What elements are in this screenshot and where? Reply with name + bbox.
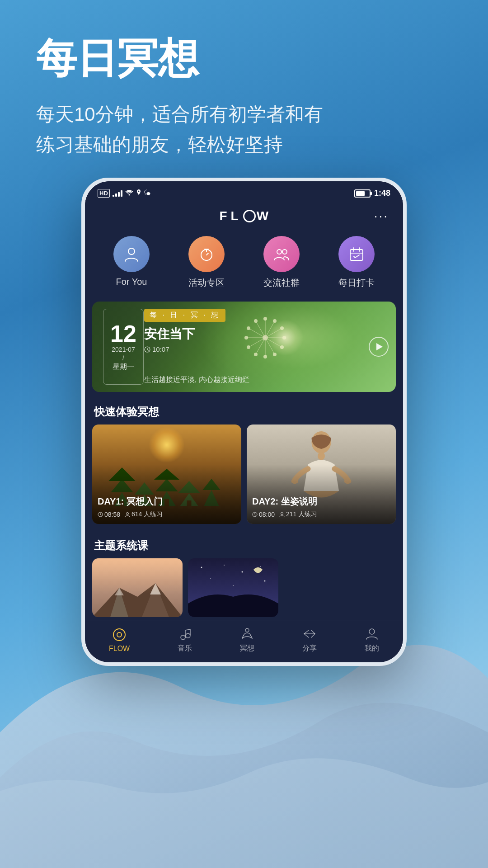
clock-small-icon <box>98 512 103 517</box>
category-community[interactable]: 交流社群 <box>263 236 300 289</box>
banner-tag: 每 · 日 · 冥 · 想 <box>144 309 225 322</box>
for-you-icon-circle <box>113 236 150 272</box>
top-text-section: 每日冥想 每天10分钟，适合所有初学者和有 练习基础的朋友，轻松好坚持 <box>0 0 488 178</box>
quick-meditation-cards: DAY1: 冥想入门 08:58 614 人练习 <box>85 425 403 531</box>
status-bar-left: HD <box>98 189 151 198</box>
svg-point-61 <box>201 567 202 568</box>
nav-profile[interactable]: 我的 <box>365 627 379 653</box>
category-for-you[interactable]: For You <box>113 236 150 289</box>
svg-point-4 <box>277 250 282 254</box>
location-icon <box>136 189 141 198</box>
nav-flow[interactable]: FLOW <box>109 627 130 653</box>
svg-point-73 <box>369 629 375 634</box>
banner-content: 每 · 日 · 冥 · 想 安住当下 10:07 <box>144 309 373 353</box>
theme-card-night[interactable] <box>188 558 278 617</box>
play-button[interactable] <box>369 337 389 357</box>
svg-point-49 <box>127 513 129 515</box>
banner-title: 安住当下 <box>144 326 373 343</box>
wechat-icon <box>144 189 151 198</box>
night-sky-icon <box>188 558 278 617</box>
time-display: 1:48 <box>374 189 390 198</box>
daily-label: 每日打卡 <box>338 277 375 289</box>
svg-point-55 <box>281 513 283 515</box>
nav-flow-label: FLOW <box>109 645 130 653</box>
svg-rect-6 <box>350 250 363 260</box>
category-activity[interactable]: 活动专区 <box>188 236 225 289</box>
category-row: For You 活动专区 <box>85 227 403 296</box>
svg-point-5 <box>282 250 287 254</box>
svg-point-2 <box>128 248 135 255</box>
svg-point-25 <box>263 355 267 359</box>
app-header: FLW ··· <box>85 202 403 227</box>
nav-meditation-label: 冥想 <box>240 644 254 653</box>
sub-desc-line1: 每天10分钟，适合所有初学者和有 <box>36 104 323 125</box>
card-1-content: DAY1: 冥想入门 08:58 614 人练习 <box>92 490 241 524</box>
banner-description: 生活越接近平淡, 内心越接近绚烂 <box>144 375 369 385</box>
daily-banner[interactable]: 12 2021-07 / 星期一 每 · 日 · 冥 · 想 安住当下 10:0… <box>92 302 396 392</box>
nav-share-label: 分享 <box>302 644 317 653</box>
svg-point-1 <box>138 191 139 192</box>
wifi-icon <box>125 189 133 198</box>
theme-card-mountain[interactable] <box>92 558 183 617</box>
community-icon-circle <box>263 236 300 272</box>
logo-o-icon <box>243 210 256 222</box>
svg-point-66 <box>264 580 266 582</box>
status-bar: HD <box>85 181 403 202</box>
activity-icon-circle <box>188 236 225 272</box>
nav-share[interactable]: 分享 <box>302 627 317 653</box>
calendar-icon <box>348 245 365 263</box>
sub-desc-line2: 练习基础的朋友，轻松好坚持 <box>36 134 283 155</box>
card-1-title: DAY1: 冥想入门 <box>98 495 236 508</box>
profile-nav-icon <box>365 627 379 641</box>
clock-icon <box>144 346 150 353</box>
person-icon <box>123 245 140 263</box>
app-logo: FLW <box>220 209 272 223</box>
banner-time-value: 10:07 <box>152 345 169 353</box>
svg-point-70 <box>181 635 185 640</box>
svg-point-67 <box>233 585 234 586</box>
svg-point-68 <box>113 629 125 641</box>
sub-description: 每天10分钟，适合所有初学者和有 练习基础的朋友，轻松好坚持 <box>36 99 452 160</box>
svg-point-24 <box>273 353 277 356</box>
main-title: 每日冥想 <box>36 36 452 81</box>
theme-section: 主题系统课 <box>85 531 403 621</box>
clock-small-icon2 <box>252 512 258 517</box>
svg-point-0 <box>128 194 130 196</box>
status-bar-right: 1:48 <box>354 189 390 198</box>
activity-label: 活动专区 <box>188 277 225 289</box>
svg-point-71 <box>186 633 190 638</box>
card-2-title: DAY2: 坐姿说明 <box>252 495 390 508</box>
card-2-meta: 08:00 211 人练习 <box>252 510 390 519</box>
nav-music[interactable]: 音乐 <box>178 627 192 653</box>
card-1-duration: 08:58 <box>98 510 120 519</box>
svg-point-62 <box>224 565 225 566</box>
more-menu-button[interactable]: ··· <box>374 209 389 223</box>
date-weekday: 星期一 <box>113 362 134 372</box>
card-1-meta: 08:58 614 人练习 <box>98 510 236 519</box>
play-icon <box>376 343 383 350</box>
svg-point-26 <box>254 353 258 356</box>
for-you-label: For You <box>116 277 147 287</box>
nav-music-label: 音乐 <box>178 644 192 653</box>
card-2-content: DAY2: 坐姿说明 08:00 211 人练习 <box>247 490 396 524</box>
share-nav-icon <box>302 627 317 641</box>
flow-nav-icon <box>112 627 127 642</box>
meditation-card-day2[interactable]: DAY2: 坐姿说明 08:00 211 人练习 <box>247 425 396 524</box>
signal-icon <box>113 190 122 197</box>
date-year: 2021-07 <box>112 345 135 354</box>
nav-meditation[interactable]: 冥想 <box>240 627 254 653</box>
theme-section-title: 主题系统课 <box>85 531 403 558</box>
card-2-duration: 08:00 <box>252 510 275 519</box>
nav-profile-label: 我的 <box>365 644 379 653</box>
hd-icon: HD <box>98 189 110 198</box>
meditation-card-day1[interactable]: DAY1: 冥想入门 08:58 614 人练习 <box>92 425 241 524</box>
theme-cards-row <box>85 558 403 617</box>
phone-mockup: HD <box>81 178 407 666</box>
card-2-participants: 211 人练习 <box>279 510 317 519</box>
banner-time: 10:07 <box>144 345 373 353</box>
quick-section-title: 快速体验冥想 <box>85 397 403 425</box>
meditation-nav-icon <box>240 627 254 641</box>
community-label: 交流社群 <box>263 277 300 289</box>
date-box: 12 2021-07 / 星期一 <box>103 309 144 385</box>
category-daily[interactable]: 每日打卡 <box>338 236 375 289</box>
